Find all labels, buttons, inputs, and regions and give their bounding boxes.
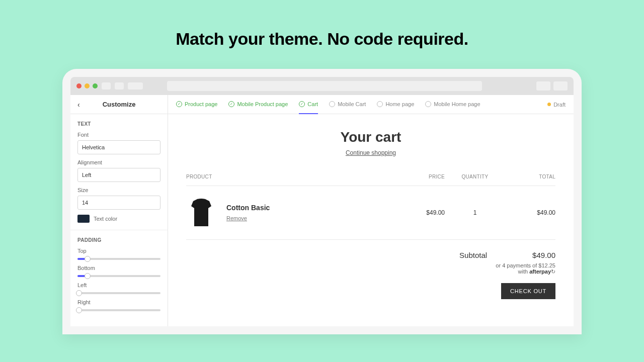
- col-quantity: QUANTITY: [445, 174, 505, 179]
- color-label: Text color: [94, 216, 117, 222]
- col-product: PRODUCT: [186, 174, 389, 179]
- product-name: Cotton Basic: [226, 204, 270, 212]
- col-price: PRICE: [389, 174, 445, 179]
- tab-mobile-product-page[interactable]: Mobile Product page: [228, 95, 288, 114]
- browser-button[interactable]: [536, 81, 550, 90]
- browser-chrome: [70, 77, 574, 95]
- table-row: Cotton Basic Remove $49.00 1 $49.00: [186, 186, 555, 240]
- sidebar-header: ‹ Customize: [70, 95, 168, 114]
- padding-right-label: Right: [77, 299, 160, 305]
- tab-label: Mobile Home page: [434, 101, 480, 107]
- font-label: Font: [77, 132, 160, 138]
- device-frame: ‹ Customize TEXT Font Alignment Size Tex…: [62, 69, 582, 334]
- tab-label: Cart: [307, 101, 318, 107]
- padding-panel: PADDING Top Bottom Left Right: [70, 230, 168, 323]
- alignment-label: Alignment: [77, 159, 160, 165]
- col-total: TOTAL: [505, 174, 555, 179]
- dot-icon: [547, 103, 551, 106]
- circle-icon: [329, 101, 335, 107]
- tab-product-page[interactable]: Product page: [176, 95, 217, 114]
- main-panel: Product page Mobile Product page Cart Mo…: [168, 95, 574, 326]
- tab-mobile-home-page[interactable]: Mobile Home page: [425, 95, 480, 114]
- padding-top-label: Top: [77, 248, 160, 254]
- browser-window: ‹ Customize TEXT Font Alignment Size Tex…: [70, 77, 574, 326]
- remove-link[interactable]: Remove: [226, 215, 247, 221]
- product-price: $49.00: [389, 209, 445, 216]
- cart-title: Your cart: [186, 129, 555, 145]
- minimize-icon[interactable]: [85, 83, 90, 88]
- cart-footer: Subtotal $49.00 or 4 payments of $12.25 …: [186, 251, 555, 299]
- window-controls: [76, 83, 98, 88]
- checkout-button[interactable]: CHECK OUT: [501, 283, 555, 299]
- tab-mobile-cart[interactable]: Mobile Cart: [329, 95, 366, 114]
- padding-left-label: Left: [77, 282, 160, 288]
- check-icon: [299, 101, 305, 107]
- app-content: ‹ Customize TEXT Font Alignment Size Tex…: [70, 95, 574, 326]
- product-total: $49.00: [505, 209, 555, 216]
- text-panel: TEXT Font Alignment Size Text color: [70, 114, 168, 230]
- circle-icon: [377, 101, 383, 107]
- tab-home-page[interactable]: Home page: [377, 95, 414, 114]
- padding-left-slider[interactable]: [77, 292, 160, 294]
- padding-right-slider[interactable]: [77, 309, 160, 311]
- product-image: [186, 195, 216, 230]
- afterpay-logo: afterpay: [529, 268, 551, 275]
- continue-shopping-link[interactable]: Continue shopping: [186, 149, 555, 156]
- padding-top-slider[interactable]: [77, 258, 160, 260]
- product-quantity: 1: [445, 209, 505, 216]
- tab-label: Mobile Product page: [237, 101, 288, 107]
- browser-tab[interactable]: [102, 82, 111, 89]
- hero-headline: Match your theme. No code required.: [0, 0, 644, 69]
- subtotal-value: $49.00: [532, 251, 555, 259]
- close-icon[interactable]: [76, 83, 82, 88]
- browser-tab[interactable]: [128, 82, 143, 89]
- color-swatch[interactable]: [77, 215, 90, 223]
- cart-preview: Your cart Continue shopping PRODUCT PRIC…: [168, 114, 574, 314]
- customize-sidebar: ‹ Customize TEXT Font Alignment Size Tex…: [70, 95, 168, 326]
- table-header: PRODUCT PRICE QUANTITY TOTAL: [186, 174, 555, 186]
- size-input[interactable]: [77, 196, 160, 210]
- alignment-select[interactable]: [77, 168, 160, 182]
- panel-heading: TEXT: [77, 121, 160, 127]
- sidebar-title: Customize: [103, 101, 136, 108]
- subtotal-label: Subtotal: [459, 251, 487, 259]
- check-icon: [228, 101, 234, 107]
- address-bar[interactable]: [167, 81, 482, 91]
- padding-bottom-label: Bottom: [77, 265, 160, 271]
- maximize-icon[interactable]: [93, 83, 98, 88]
- check-icon: [176, 101, 182, 107]
- tab-cart[interactable]: Cart: [299, 95, 318, 114]
- size-label: Size: [77, 187, 160, 193]
- tab-label: Home page: [385, 101, 414, 107]
- panel-heading: PADDING: [77, 237, 160, 243]
- browser-tab[interactable]: [115, 82, 124, 89]
- status-label: Draft: [553, 102, 566, 108]
- tab-label: Mobile Cart: [338, 101, 366, 107]
- tab-label: Product page: [185, 101, 217, 107]
- padding-bottom-slider[interactable]: [77, 275, 160, 277]
- status-badge: Draft: [547, 102, 566, 108]
- page-tabs: Product page Mobile Product page Cart Mo…: [168, 95, 574, 114]
- browser-button[interactable]: [553, 81, 568, 90]
- afterpay-text: or 4 payments of $12.25 with afterpay↻: [186, 262, 555, 275]
- back-icon[interactable]: ‹: [77, 101, 80, 109]
- circle-icon: [425, 101, 431, 107]
- font-select[interactable]: [77, 140, 160, 154]
